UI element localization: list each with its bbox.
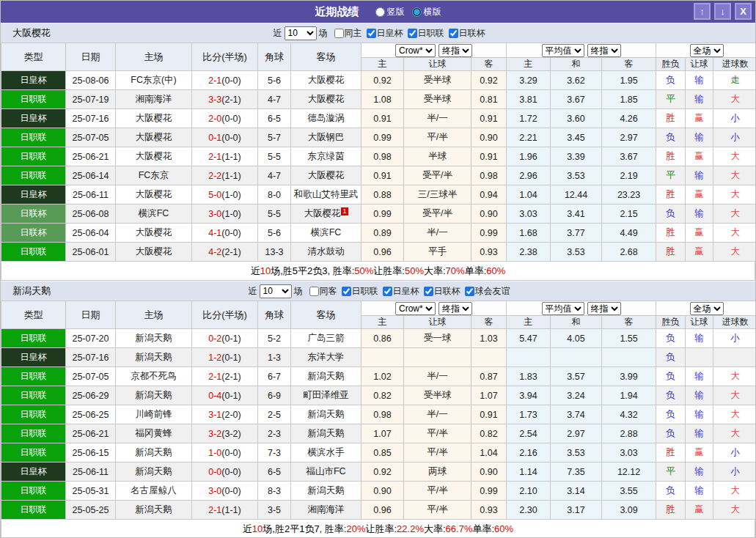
games-count-select[interactable]: 10 [285,26,317,40]
league-type-cell: 日职联 [1,147,66,166]
home-team-cell: FC东京(中) [116,71,192,90]
home-team-cell: 新潟天鹅 [116,443,192,463]
outcome-cell: 输 [686,329,713,348]
date-cell: 25-06-25 [66,405,116,424]
average-odds-cell: 3.55 [602,482,656,501]
outcome-cell: 负 [656,405,686,424]
match-row: 日职联25-06-01大阪樱花4-2(2-1)13-3清水鼓动0.96平手0.9… [1,243,756,262]
league-type-cell: 日职联 [1,90,66,109]
odds-source-select[interactable]: Crow* [395,44,436,57]
avg-time-select[interactable]: 终指 [587,302,621,315]
score-cell: 4-1(0-0) [192,224,258,243]
same-venue-option[interactable]: 同主 [333,27,362,40]
league-filter-checkbox[interactable] [465,287,474,296]
handicap-odds-cell: 1.03 [471,329,507,348]
move-down-button[interactable]: ↓ [714,3,731,20]
outcome-cell: 输 [686,482,713,501]
handicap-odds-cell: 平手 [404,243,471,262]
league-type-cell: 日职联 [1,501,66,520]
average-odds-cell: 2.97 [602,128,656,147]
summary-segment: 场,胜5平2负3, 胜率: [271,265,354,278]
average-odds-cell: 3.29 [507,71,551,90]
home-team-cell: 川崎前锋 [116,405,192,424]
date-cell: 25-06-21 [66,147,116,166]
handicap-odds-cell: 0.98 [362,147,404,166]
match-row: 日职联25-05-31名古屋鲸八3-0(0-0)8-3新潟天鹅0.90平/半0.… [1,482,756,501]
fulltime-score: 0-4 [208,391,221,401]
layout-horizontal-option[interactable]: 横版 [412,6,441,18]
same-venue-checkbox[interactable] [334,29,344,38]
close-button[interactable]: X [735,3,752,20]
league-filter-option[interactable]: 球会友谊 [463,285,510,298]
outcome-cell: 大 [713,90,756,109]
summary-segment: 让胜率: [373,265,405,278]
league-filter-option[interactable]: 日联杯 [422,285,460,298]
layout-vertical-radio[interactable] [375,7,385,17]
league-filter-checkbox[interactable] [408,29,417,38]
odds-source-select[interactable]: Crow* [395,302,436,315]
away-team-cell: 东洋大学 [291,348,362,367]
odds-time-select[interactable]: 终指 [438,302,472,315]
outcome-cell: 赢 [686,109,713,128]
scope-select[interactable]: 全场 [690,302,724,315]
outcome-cell: 胜 [656,224,686,243]
away-team-cell: 和歌山艾特里武 [291,185,362,204]
avg-time-select[interactable]: 终指 [587,44,621,57]
avg-source-select[interactable]: 平均值 [542,302,584,315]
same-venue-checkbox[interactable] [309,287,319,296]
handicap-odds-cell: 0.90 [471,204,507,224]
league-filter-checkbox[interactable] [367,29,376,38]
league-filter-option[interactable]: 日皇杯 [365,27,403,40]
score-cell: 0-2(0-1) [192,329,258,348]
league-type-cell: 日职联 [1,386,66,405]
move-up-button[interactable]: ↑ [694,3,711,20]
date-cell: 25-07-20 [66,329,116,348]
league-filter-option[interactable]: 日职联 [340,285,378,298]
away-team-cell: 清水鼓动 [291,243,362,262]
layout-vertical-option[interactable]: 竖版 [375,6,405,18]
match-row: 日皇杯25-06-11新潟天鹅0-0(0-0)6-5福山市FC0.92两球0.9… [1,463,756,482]
handicap-odds-cell: 0.98 [362,405,404,424]
handicap-odds-cell: 0.85 [362,443,404,463]
average-odds-cell: 3.62 [551,71,602,90]
handicap-odds-cell: 半/一 [404,109,471,128]
league-filter-option[interactable]: 日联杯 [447,27,485,40]
column-subheader: 让球 [686,316,713,329]
league-filter-checkbox[interactable] [424,287,433,296]
score-cell: 2-0(0-0) [192,109,258,128]
score-cell: 2-1(0-0) [192,71,258,90]
avg-source-select[interactable]: 平均值 [542,44,584,57]
scope-select[interactable]: 全场 [690,44,724,57]
league-filter-option[interactable]: 日职联 [406,27,444,40]
league-filter-checkbox[interactable] [449,29,458,38]
games-suffix-label: 场 [319,27,328,40]
outcome-cell: 输 [686,463,713,482]
match-row: 日联杯25-06-04大阪樱花4-1(0-0)5-6横滨FC0.89半/一0.9… [1,224,756,243]
summary-segment: 大率: [424,523,446,536]
same-venue-option[interactable]: 同客 [308,285,337,298]
league-filter-checkbox[interactable] [383,287,392,296]
games-count-select[interactable]: 10 [260,284,292,298]
home-team-cell: 福冈黄蜂 [116,424,192,443]
league-type-cell: 日职联 [1,243,66,262]
average-odds-cell: 2.19 [602,166,656,185]
away-team-cell: 新潟天鹅 [291,482,362,501]
league-type-cell: 日联杯 [1,204,66,224]
layout-horizontal-radio[interactable] [412,7,422,17]
league-filter-checkbox[interactable] [342,287,351,296]
league-type-cell: 日皇杯 [1,348,66,367]
odds-time-select[interactable]: 终指 [438,44,472,57]
corners-cell: 8-3 [258,482,291,501]
outcome-cell: 赢 [686,147,713,166]
handicap-odds-cell: 平/半 [404,482,471,501]
halftime-score: (2-0) [221,410,241,420]
summary-bar: 近10场,胜2平1负7, 胜率:20% 让胜率:22.2% 大率:66.7% 单… [1,520,755,538]
header-select-group: Crow*终指 [362,301,507,316]
home-team-cell: 新潟天鹅 [116,501,192,520]
handicap-odds-cell: 0.88 [362,185,404,204]
date-cell: 25-06-21 [66,424,116,443]
match-row: 日职联25-06-21大阪樱花2-1(1-1)5-5东京绿茵0.98半球0.91… [1,147,756,166]
league-filter-option[interactable]: 日皇杯 [381,285,419,298]
halftime-score: (1-0) [221,209,241,219]
average-odds-cell: 1.83 [507,367,551,386]
